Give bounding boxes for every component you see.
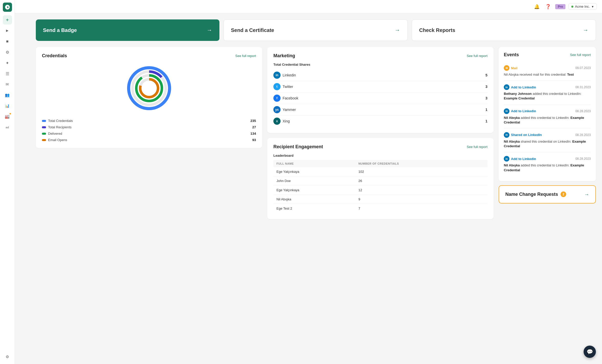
table-row: Nil Abışka 9	[273, 195, 487, 204]
check-reports-label: Check Reports	[419, 27, 455, 33]
content-grid: Credentials See full report	[36, 47, 596, 219]
col-count-header: NUMBER OF CREDENTIALS	[355, 160, 487, 167]
chat-button[interactable]: 💬	[584, 346, 596, 358]
sidebar-ad[interactable]: ad	[3, 123, 12, 132]
send-certificate-label: Send a Certificate	[231, 27, 274, 33]
event-date: 08.28.2023	[575, 133, 591, 137]
event-type: ✉ Mail	[504, 65, 517, 71]
engagement-full-report-link[interactable]: See full report	[467, 145, 487, 149]
event-description: Nil Abışka added this credential to Link…	[504, 163, 591, 172]
event-type: in Add to Linkedin	[504, 84, 536, 90]
credentials-full-report-link[interactable]: See full report	[235, 54, 256, 58]
leaderboard-count: 9	[355, 195, 487, 204]
events-full-report-link[interactable]: See full report	[570, 53, 591, 57]
sidebar-star[interactable]: ✦	[3, 58, 12, 67]
event-description: Nil Abışka added this credential to Link…	[504, 116, 591, 125]
leaderboard-name: John Doe	[273, 176, 355, 186]
event-type: in Shared on LinkedIn	[504, 132, 542, 138]
event-type-label: Add to Linkedin	[511, 157, 536, 161]
credentials-header: Credentials See full report	[42, 53, 256, 59]
share-item: x Xing 1	[273, 116, 487, 127]
share-left: t Twitter	[273, 83, 293, 90]
event-type-label: Add to Linkedin	[511, 85, 536, 89]
leaderboard-table: FULL NAME NUMBER OF CREDENTIALS Ege Yalç…	[273, 160, 487, 213]
company-status-dot	[571, 6, 573, 8]
send-badge-button[interactable]: Send a Badge →	[36, 19, 219, 41]
share-count: 1	[485, 119, 487, 123]
sidebar-add[interactable]: +	[3, 15, 12, 25]
sidebar-settings[interactable]: ⚙	[3, 48, 12, 57]
pro-badge: Pro	[555, 4, 565, 9]
share-count: 1	[485, 108, 487, 112]
legend-count: 27	[252, 125, 256, 129]
event-type: in Add to Linkedin	[504, 108, 536, 114]
share-count: 3	[485, 96, 487, 100]
name-change-title: Name Change Requests	[505, 192, 558, 197]
sidebar-templates[interactable]: ■	[3, 37, 12, 46]
sidebar-navigate[interactable]: ►	[3, 26, 12, 35]
company-name-label: Acme Inc.	[575, 5, 590, 8]
legend-count: 235	[250, 119, 256, 123]
sidebar-chart[interactable]: 📊	[3, 101, 12, 110]
event-item: in Shared on LinkedIn 08.28.2023 Nil Abı…	[504, 129, 591, 152]
share-left: f Facebook	[273, 95, 298, 102]
event-description: Nil Abışka received mail for this creden…	[504, 72, 591, 77]
donut-chart-container	[42, 63, 256, 114]
sidebar-badge[interactable]: 🏭	[3, 112, 12, 121]
legend-left: Total Recipients	[42, 125, 72, 129]
name-change-badge: 2	[561, 191, 566, 197]
leaderboard-name: Ege Yalçınkaya	[273, 167, 355, 176]
event-type-label: Mail	[511, 66, 517, 70]
event-date: 08.28.2023	[575, 109, 591, 113]
social-icon: f	[273, 95, 281, 102]
event-item: in Add to Linkedin 08.28.2023 Nil Abışka…	[504, 152, 591, 176]
leaderboard-count: 26	[355, 176, 487, 186]
app-logo[interactable]	[3, 3, 12, 12]
check-reports-button[interactable]: Check Reports →	[412, 19, 596, 41]
name-change-left: Name Change Requests 2	[505, 191, 566, 197]
events-header: Events See full report	[504, 52, 591, 58]
sidebar-gear-bottom[interactable]: ⚙	[3, 352, 12, 361]
engagement-header: Recipient Engagement See full report	[273, 144, 487, 150]
help-icon[interactable]: ❓	[544, 3, 552, 11]
event-type-label: Add to Linkedin	[511, 109, 536, 113]
share-item: t Twitter 3	[273, 81, 487, 93]
topbar: 🔔 ❓ Pro Acme Inc. ▼	[15, 0, 602, 13]
leaderboard-name: Ege Test 2	[273, 204, 355, 213]
legend-left: Total Credentials	[42, 119, 73, 123]
engagement-title: Recipient Engagement	[273, 144, 323, 150]
event-type-label: Shared on LinkedIn	[511, 133, 542, 137]
social-icon: x	[273, 118, 281, 125]
col-name-header: FULL NAME	[273, 160, 355, 167]
chevron-down-icon: ▼	[591, 5, 594, 8]
send-certificate-button[interactable]: Send a Certificate →	[224, 19, 408, 41]
credentials-title: Credentials	[42, 53, 67, 59]
marketing-full-report-link[interactable]: See full report	[467, 54, 487, 58]
event-top: in Add to Linkedin 08.28.2023	[504, 156, 591, 162]
legend-count: 134	[250, 132, 256, 135]
event-type: in Add to Linkedin	[504, 156, 536, 162]
events-card: Events See full report ✉ Mail 09.07.2023…	[499, 47, 596, 181]
marketing-card: Marketing See full report Total Credenti…	[267, 47, 494, 133]
platform-label: Twitter	[283, 85, 293, 89]
send-badge-arrow: →	[207, 27, 212, 33]
sidebar-list[interactable]: ☰	[3, 69, 12, 78]
notification-bell[interactable]: 🔔	[533, 3, 541, 11]
legend-count: 93	[252, 138, 256, 142]
sidebar: + ► ■ ⚙ ✦ ☰ ✉ 👥 📊 🏭 ad ⚙	[0, 0, 15, 364]
legend-label: Email Opens	[48, 138, 67, 142]
check-reports-arrow: →	[583, 27, 588, 33]
event-description: Nil Abışka shared this credential on Lin…	[504, 139, 591, 149]
events-list: ✉ Mail 09.07.2023 Nil Abışka received ma…	[504, 62, 591, 176]
social-icon: in	[273, 72, 281, 79]
legend-item: Delivered 134	[42, 132, 256, 135]
legend-label: Total Credentials	[48, 119, 73, 123]
company-selector[interactable]: Acme Inc. ▼	[568, 3, 597, 10]
name-change-requests-card[interactable]: Name Change Requests 2 →	[499, 185, 596, 203]
legend-left: Email Opens	[42, 138, 67, 142]
sidebar-mail[interactable]: ✉	[3, 80, 12, 89]
leaderboard-name: Ege Yalçınkaya	[273, 186, 355, 195]
leaderboard-name: Nil Abışka	[273, 195, 355, 204]
table-row: Ege Test 2 7	[273, 204, 487, 213]
sidebar-users[interactable]: 👥	[3, 90, 12, 100]
